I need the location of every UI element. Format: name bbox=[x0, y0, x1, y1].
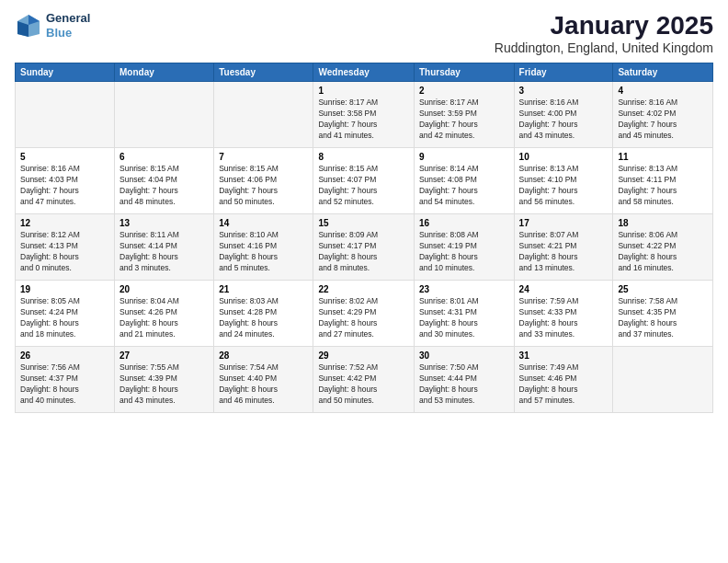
cell-day-number: 28 bbox=[219, 350, 308, 361]
calendar-cell: 30Sunrise: 7:50 AM Sunset: 4:44 PM Dayli… bbox=[414, 347, 514, 413]
cell-day-number: 23 bbox=[419, 284, 509, 294]
calendar-cell: 21Sunrise: 8:03 AM Sunset: 4:28 PM Dayli… bbox=[214, 281, 313, 347]
cell-content: Sunrise: 7:54 AM Sunset: 4:40 PM Dayligh… bbox=[219, 362, 308, 407]
cell-day-number: 1 bbox=[318, 86, 408, 96]
week-row-3: 12Sunrise: 8:12 AM Sunset: 4:13 PM Dayli… bbox=[16, 214, 713, 281]
cell-content: Sunrise: 8:07 AM Sunset: 4:21 PM Dayligh… bbox=[519, 230, 609, 274]
calendar-cell: 12Sunrise: 8:12 AM Sunset: 4:13 PM Dayli… bbox=[16, 214, 115, 281]
day-header-saturday: Saturday bbox=[613, 63, 713, 82]
calendar-cell: 23Sunrise: 8:01 AM Sunset: 4:31 PM Dayli… bbox=[414, 281, 514, 347]
cell-day-number: 2 bbox=[419, 86, 509, 96]
day-header-tuesday: Tuesday bbox=[214, 63, 313, 82]
calendar-cell bbox=[16, 82, 115, 148]
calendar-cell: 3Sunrise: 8:16 AM Sunset: 4:00 PM Daylig… bbox=[514, 82, 613, 148]
calendar-cell: 22Sunrise: 8:02 AM Sunset: 4:29 PM Dayli… bbox=[313, 281, 414, 347]
cell-content: Sunrise: 8:04 AM Sunset: 4:26 PM Dayligh… bbox=[119, 296, 209, 340]
calendar-cell: 2Sunrise: 8:17 AM Sunset: 3:59 PM Daylig… bbox=[414, 82, 514, 148]
logo: General Blue bbox=[15, 11, 90, 40]
cell-content: Sunrise: 8:16 AM Sunset: 4:02 PM Dayligh… bbox=[618, 98, 708, 142]
calendar-cell: 24Sunrise: 7:59 AM Sunset: 4:33 PM Dayli… bbox=[514, 281, 613, 347]
cell-day-number: 4 bbox=[618, 86, 708, 96]
week-row-5: 26Sunrise: 7:56 AM Sunset: 4:37 PM Dayli… bbox=[16, 347, 713, 413]
calendar-cell: 14Sunrise: 8:10 AM Sunset: 4:16 PM Dayli… bbox=[214, 214, 313, 281]
calendar-cell: 18Sunrise: 8:06 AM Sunset: 4:22 PM Dayli… bbox=[613, 214, 713, 281]
cell-day-number: 20 bbox=[119, 284, 209, 294]
day-header-sunday: Sunday bbox=[16, 63, 115, 82]
cell-content: Sunrise: 8:15 AM Sunset: 4:07 PM Dayligh… bbox=[318, 164, 408, 208]
calendar-cell: 28Sunrise: 7:54 AM Sunset: 4:40 PM Dayli… bbox=[214, 347, 313, 413]
cell-day-number: 12 bbox=[20, 218, 109, 228]
cell-day-number: 15 bbox=[318, 218, 408, 228]
cell-content: Sunrise: 7:56 AM Sunset: 4:37 PM Dayligh… bbox=[20, 362, 109, 407]
cell-content: Sunrise: 8:03 AM Sunset: 4:28 PM Dayligh… bbox=[219, 296, 308, 340]
cell-content: Sunrise: 7:50 AM Sunset: 4:44 PM Dayligh… bbox=[419, 362, 509, 407]
calendar-cell: 16Sunrise: 8:08 AM Sunset: 4:19 PM Dayli… bbox=[414, 214, 514, 281]
calendar-cell: 7Sunrise: 8:15 AM Sunset: 4:06 PM Daylig… bbox=[214, 148, 313, 214]
calendar-cell: 15Sunrise: 8:09 AM Sunset: 4:17 PM Dayli… bbox=[313, 214, 414, 281]
logo-line2: Blue bbox=[46, 26, 90, 40]
cell-day-number: 3 bbox=[519, 86, 609, 96]
calendar-cell bbox=[613, 347, 713, 413]
cell-day-number: 8 bbox=[318, 152, 408, 162]
cell-content: Sunrise: 8:17 AM Sunset: 3:58 PM Dayligh… bbox=[318, 98, 408, 142]
cell-content: Sunrise: 7:55 AM Sunset: 4:39 PM Dayligh… bbox=[119, 362, 209, 407]
day-header-monday: Monday bbox=[115, 63, 214, 82]
calendar-cell: 27Sunrise: 7:55 AM Sunset: 4:39 PM Dayli… bbox=[115, 347, 214, 413]
cell-content: Sunrise: 8:15 AM Sunset: 4:06 PM Dayligh… bbox=[219, 164, 308, 208]
cell-content: Sunrise: 8:09 AM Sunset: 4:17 PM Dayligh… bbox=[318, 230, 408, 274]
cell-content: Sunrise: 8:14 AM Sunset: 4:08 PM Dayligh… bbox=[419, 164, 509, 208]
cell-day-number: 16 bbox=[419, 218, 509, 228]
cell-content: Sunrise: 8:11 AM Sunset: 4:14 PM Dayligh… bbox=[119, 230, 209, 274]
calendar-cell: 20Sunrise: 8:04 AM Sunset: 4:26 PM Dayli… bbox=[115, 281, 214, 347]
calendar-title: January 2025 bbox=[495, 11, 713, 40]
cell-content: Sunrise: 7:49 AM Sunset: 4:46 PM Dayligh… bbox=[519, 362, 609, 407]
calendar-table: SundayMondayTuesdayWednesdayThursdayFrid… bbox=[15, 63, 713, 413]
cell-content: Sunrise: 8:15 AM Sunset: 4:04 PM Dayligh… bbox=[119, 164, 209, 208]
cell-day-number: 17 bbox=[519, 218, 609, 228]
cell-day-number: 25 bbox=[618, 284, 708, 294]
title-block: January 2025 Ruddington, England, United… bbox=[495, 11, 713, 55]
cell-content: Sunrise: 8:08 AM Sunset: 4:19 PM Dayligh… bbox=[419, 230, 509, 274]
week-row-4: 19Sunrise: 8:05 AM Sunset: 4:24 PM Dayli… bbox=[16, 281, 713, 347]
cell-content: Sunrise: 7:58 AM Sunset: 4:35 PM Dayligh… bbox=[618, 296, 708, 340]
cell-content: Sunrise: 8:05 AM Sunset: 4:24 PM Dayligh… bbox=[20, 296, 109, 340]
calendar-cell: 29Sunrise: 7:52 AM Sunset: 4:42 PM Dayli… bbox=[313, 347, 414, 413]
cell-content: Sunrise: 7:52 AM Sunset: 4:42 PM Dayligh… bbox=[318, 362, 408, 407]
calendar-cell: 5Sunrise: 8:16 AM Sunset: 4:03 PM Daylig… bbox=[16, 148, 115, 214]
page: General Blue January 2025 Ruddington, En… bbox=[0, 0, 728, 563]
cell-day-number: 29 bbox=[318, 350, 408, 361]
cell-content: Sunrise: 8:06 AM Sunset: 4:22 PM Dayligh… bbox=[618, 230, 708, 274]
cell-day-number: 30 bbox=[419, 350, 509, 361]
calendar-cell: 25Sunrise: 7:58 AM Sunset: 4:35 PM Dayli… bbox=[613, 281, 713, 347]
cell-content: Sunrise: 8:01 AM Sunset: 4:31 PM Dayligh… bbox=[419, 296, 509, 340]
cell-content: Sunrise: 8:16 AM Sunset: 4:03 PM Dayligh… bbox=[20, 164, 109, 208]
day-header-friday: Friday bbox=[514, 63, 613, 82]
calendar-cell: 26Sunrise: 7:56 AM Sunset: 4:37 PM Dayli… bbox=[16, 347, 115, 413]
cell-day-number: 31 bbox=[519, 350, 609, 361]
cell-day-number: 19 bbox=[20, 284, 109, 294]
calendar-cell: 17Sunrise: 8:07 AM Sunset: 4:21 PM Dayli… bbox=[514, 214, 613, 281]
cell-content: Sunrise: 8:17 AM Sunset: 3:59 PM Dayligh… bbox=[419, 98, 509, 142]
logo-line1: General bbox=[46, 11, 90, 26]
calendar-cell: 9Sunrise: 8:14 AM Sunset: 4:08 PM Daylig… bbox=[414, 148, 514, 214]
calendar-subtitle: Ruddington, England, United Kingdom bbox=[495, 40, 713, 55]
cell-content: Sunrise: 8:13 AM Sunset: 4:11 PM Dayligh… bbox=[618, 164, 708, 208]
day-header-wednesday: Wednesday bbox=[313, 63, 414, 82]
calendar-cell: 6Sunrise: 8:15 AM Sunset: 4:04 PM Daylig… bbox=[115, 148, 214, 214]
logo-text: General Blue bbox=[46, 11, 90, 40]
cell-content: Sunrise: 8:12 AM Sunset: 4:13 PM Dayligh… bbox=[20, 230, 109, 274]
cell-day-number: 14 bbox=[219, 218, 308, 228]
cell-day-number: 6 bbox=[119, 152, 209, 162]
cell-day-number: 11 bbox=[618, 152, 708, 162]
cell-content: Sunrise: 8:02 AM Sunset: 4:29 PM Dayligh… bbox=[318, 296, 408, 340]
calendar-cell: 4Sunrise: 8:16 AM Sunset: 4:02 PM Daylig… bbox=[613, 82, 713, 148]
days-header-row: SundayMondayTuesdayWednesdayThursdayFrid… bbox=[16, 63, 713, 82]
cell-day-number: 24 bbox=[519, 284, 609, 294]
cell-content: Sunrise: 8:13 AM Sunset: 4:10 PM Dayligh… bbox=[519, 164, 609, 208]
calendar-cell bbox=[115, 82, 214, 148]
header: General Blue January 2025 Ruddington, En… bbox=[15, 11, 713, 55]
calendar-cell bbox=[214, 82, 313, 148]
week-row-1: 1Sunrise: 8:17 AM Sunset: 3:58 PM Daylig… bbox=[16, 82, 713, 148]
cell-day-number: 27 bbox=[119, 350, 209, 361]
cell-day-number: 10 bbox=[519, 152, 609, 162]
